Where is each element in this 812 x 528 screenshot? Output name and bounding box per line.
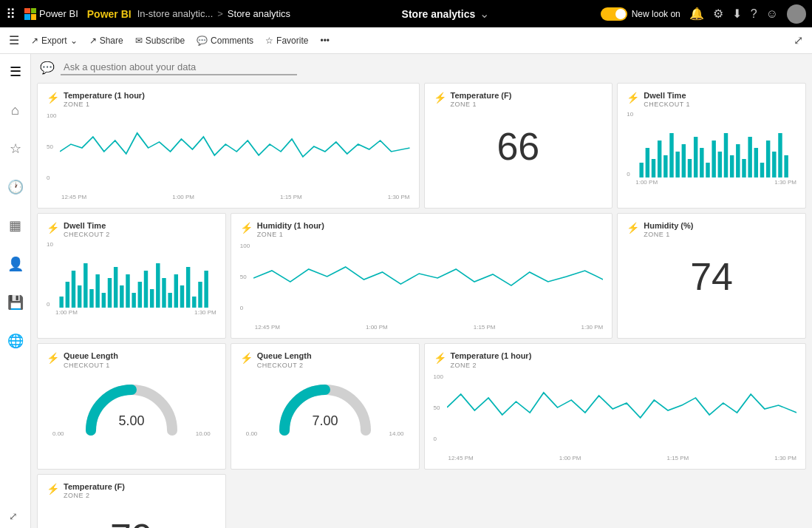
breadcrumb-sep: >: [217, 8, 223, 19]
apps-icon[interactable]: ⠿: [6, 6, 16, 22]
card-subtitle: ZONE 2: [64, 492, 125, 499]
more-button[interactable]: •••: [320, 35, 330, 46]
download-icon[interactable]: ⬇: [732, 7, 742, 21]
help-icon[interactable]: ?: [751, 7, 757, 21]
x-label-1: 12:45 PM: [61, 194, 86, 200]
sidebar-learn-icon[interactable]: 🌐: [4, 329, 27, 353]
sidebar-collapse-icon[interactable]: ☰: [4, 60, 27, 84]
svg-rect-25: [59, 297, 63, 308]
svg-text:5.00: 5.00: [118, 413, 144, 428]
sidebar-workspaces-icon[interactable]: 💾: [4, 291, 27, 314]
x-label-2: 1:00 PM: [559, 455, 581, 461]
toggle-switch[interactable]: [601, 7, 627, 21]
share-button[interactable]: ↗ Share: [89, 35, 123, 46]
svg-rect-4: [663, 155, 667, 177]
card-header: ⚡ Humidity (%) ZONE 1: [627, 221, 796, 238]
svg-rect-32: [102, 293, 106, 308]
dashboard-content: 💬 ⚡ Temperature (1 hour) ZONE 1 100 50 0: [31, 54, 812, 528]
lightning-icon: ⚡: [47, 92, 59, 104]
export-button[interactable]: ↗ Export ⌄: [31, 35, 78, 46]
new-look-label: New look on: [632, 9, 680, 19]
sidebar-apps-icon[interactable]: ▦: [4, 214, 27, 237]
card-queue-c2: ⚡ Queue Length CHECKOUT 2 7.00 0.00: [231, 343, 420, 469]
svg-rect-20: [760, 163, 764, 177]
gauge-container: 7.00: [240, 372, 410, 438]
svg-rect-46: [186, 267, 190, 308]
big-number: 79: [47, 502, 216, 528]
svg-rect-10: [700, 148, 703, 177]
lightning-icon: ⚡: [47, 222, 59, 234]
x-label-4: 1:30 PM: [774, 455, 796, 461]
lightning-icon: ⚡: [434, 92, 446, 104]
breadcrumb-current: Store analytics: [228, 8, 290, 19]
export-icon: ↗: [31, 35, 38, 46]
card-humid1h-z1: ⚡ Humidity (1 hour) ZONE 1 100 50 0 12:4…: [231, 213, 613, 339]
card-dwell-c1: ⚡ Dwell Time CHECKOUT 1 10 0: [617, 83, 806, 209]
sidebar-home-icon[interactable]: ⌂: [4, 98, 27, 122]
svg-rect-27: [72, 271, 75, 308]
card-title: Humidity (%): [644, 221, 693, 231]
favorite-button[interactable]: ☆ Favorite: [265, 35, 308, 46]
favorite-icon: ☆: [265, 35, 273, 46]
x-label-2: 1:30 PM: [194, 309, 216, 316]
avatar[interactable]: [787, 4, 806, 24]
comments-button[interactable]: 💬 Comments: [197, 35, 253, 46]
settings-icon[interactable]: ⚙: [713, 7, 723, 21]
svg-rect-48: [198, 282, 202, 308]
svg-rect-34: [114, 267, 117, 308]
card-header: ⚡ Temperature (1 hour) ZONE 2: [434, 351, 797, 368]
big-number: 74: [627, 241, 796, 306]
nav-center: Store analytics ⌄: [296, 7, 595, 21]
svg-rect-23: [779, 133, 782, 177]
x-label-3: 1:15 PM: [280, 194, 302, 200]
svg-rect-6: [676, 152, 680, 177]
notification-icon[interactable]: 🔔: [689, 7, 704, 21]
svg-rect-16: [736, 144, 740, 177]
card-header: ⚡ Dwell Time CHECKOUT 1: [627, 91, 796, 108]
card-queue-c1: ⚡ Queue Length CHECKOUT 1 5.00: [37, 343, 226, 469]
svg-rect-40: [150, 289, 154, 308]
card-header: ⚡ Dwell Time CHECKOUT 2: [47, 221, 216, 238]
svg-rect-19: [754, 148, 758, 177]
card-temp-f-z2: ⚡ Temperature (F) ZONE 2 79: [37, 474, 226, 528]
subscribe-label: Subscribe: [146, 35, 185, 46]
expand-button[interactable]: ⤢: [794, 33, 803, 47]
card-subtitle: ZONE 1: [644, 231, 693, 238]
nav-right: New look on 🔔 ⚙ ⬇ ? ☺: [601, 4, 806, 24]
svg-rect-28: [78, 285, 81, 308]
svg-rect-33: [108, 278, 112, 308]
new-look-toggle[interactable]: New look on: [601, 7, 680, 21]
sidebar-recent-icon[interactable]: 🕐: [4, 175, 27, 199]
share-icon: ↗: [89, 35, 97, 46]
breadcrumb-parent[interactable]: In-store analytic...: [137, 8, 214, 19]
sidebar-favorites-icon[interactable]: ☆: [4, 137, 27, 160]
lightning-icon: ⚡: [47, 483, 59, 495]
report-title-caret[interactable]: ⌄: [480, 7, 489, 21]
svg-rect-38: [138, 282, 142, 308]
card-header: ⚡ Queue Length CHECKOUT 2: [240, 351, 410, 368]
svg-rect-14: [724, 133, 728, 177]
x-label-1: 12:45 PM: [255, 324, 280, 331]
card-subtitle: CHECKOUT 2: [257, 362, 312, 369]
svg-rect-47: [192, 297, 196, 308]
svg-rect-24: [785, 155, 788, 177]
qa-input[interactable]: [61, 60, 297, 75]
card-title: Temperature (F): [64, 482, 125, 492]
subscribe-button[interactable]: ✉ Subscribe: [135, 35, 185, 46]
sidebar-shared-icon[interactable]: 👤: [4, 252, 27, 276]
card-temp1h-z1: ⚡ Temperature (1 hour) ZONE 1 100 50 0 1…: [37, 83, 420, 209]
export-label: Export: [41, 35, 67, 46]
svg-rect-43: [168, 293, 171, 308]
svg-rect-3: [658, 141, 661, 177]
card-header: ⚡ Temperature (F) ZONE 2: [47, 482, 216, 499]
share-label: Share: [100, 35, 123, 46]
lightning-icon: ⚡: [434, 352, 446, 364]
x-label-3: 1:15 PM: [666, 455, 689, 461]
card-subtitle: CHECKOUT 1: [644, 101, 690, 108]
card-title: Temperature (1 hour): [451, 351, 532, 361]
hamburger-icon[interactable]: ☰: [9, 33, 19, 47]
x-label-4: 1:30 PM: [388, 194, 410, 200]
lightning-icon: ⚡: [627, 92, 639, 104]
card-header: ⚡ Queue Length CHECKOUT 1: [47, 351, 216, 368]
smiley-icon[interactable]: ☺: [766, 7, 778, 21]
